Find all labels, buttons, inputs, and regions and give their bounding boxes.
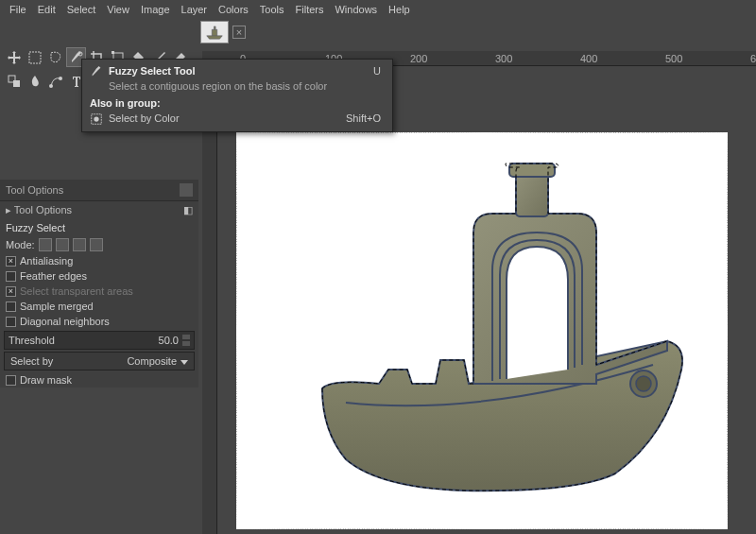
tool-move[interactable] bbox=[4, 47, 24, 67]
checkbox-sample-merged[interactable] bbox=[6, 301, 16, 312]
svg-rect-10 bbox=[516, 171, 548, 216]
tooltip-sub-item[interactable]: Select by Color bbox=[109, 112, 340, 124]
svg-rect-0 bbox=[29, 52, 41, 63]
boat-image bbox=[294, 143, 691, 502]
select-by-dropdown[interactable]: Select by Composite bbox=[4, 352, 195, 370]
image-tab-close[interactable]: × bbox=[232, 26, 246, 39]
menu-help[interactable]: Help bbox=[383, 2, 416, 17]
svg-point-9 bbox=[59, 77, 62, 80]
select-by-value: Composite bbox=[127, 355, 188, 367]
threshold-spinner[interactable] bbox=[182, 334, 190, 347]
tool-paths[interactable] bbox=[45, 71, 65, 91]
menu-colors[interactable]: Colors bbox=[213, 2, 254, 17]
mode-add[interactable] bbox=[56, 238, 69, 251]
select-by-color-icon bbox=[90, 112, 103, 126]
image-tab-thumbnail[interactable] bbox=[200, 21, 229, 43]
tool-clone[interactable] bbox=[4, 71, 24, 91]
mode-replace[interactable] bbox=[39, 238, 52, 251]
threshold-field[interactable]: Threshold 50.0 bbox=[4, 331, 195, 350]
tool-tooltip: Fuzzy Select Tool U Select a contiguous … bbox=[81, 59, 393, 132]
image-tab-bar: × bbox=[0, 19, 756, 45]
checkbox-draw-mask[interactable] bbox=[6, 375, 16, 386]
tool-options-panel: Tool Options ▸ Tool Options ◧ Fuzzy Sele… bbox=[0, 180, 198, 388]
svg-point-8 bbox=[49, 84, 53, 88]
threshold-value[interactable]: 50.0 bbox=[159, 335, 179, 346]
panel-tab-title: Tool Options bbox=[0, 180, 198, 200]
checkbox-feather[interactable] bbox=[6, 271, 16, 282]
menu-layer[interactable]: Layer bbox=[176, 2, 214, 17]
mode-subtract[interactable] bbox=[73, 238, 86, 251]
menu-edit[interactable]: Edit bbox=[32, 2, 61, 17]
canvas-area[interactable] bbox=[217, 66, 756, 534]
mode-row: Mode: bbox=[0, 236, 198, 253]
menu-bar: File Edit Select View Image Layer Colors… bbox=[0, 0, 756, 19]
svg-rect-3 bbox=[112, 51, 114, 54]
image-canvas[interactable] bbox=[236, 132, 728, 529]
panel-header: ▸ Tool Options bbox=[6, 204, 72, 216]
label-transparent: Select transparent areas bbox=[20, 285, 133, 297]
panel-menu-button[interactable] bbox=[180, 183, 193, 197]
mode-label: Mode: bbox=[6, 239, 35, 250]
menu-filters[interactable]: Filters bbox=[290, 2, 330, 17]
menu-tools[interactable]: Tools bbox=[254, 2, 290, 17]
menu-windows[interactable]: Windows bbox=[329, 2, 383, 17]
tooltip-sub-shortcut: Shift+O bbox=[346, 112, 385, 124]
panel-dock-icon[interactable]: ◧ bbox=[183, 204, 193, 216]
svg-point-15 bbox=[94, 116, 98, 121]
ruler-vertical bbox=[202, 66, 217, 534]
tool-smudge[interactable] bbox=[25, 71, 44, 91]
label-feather: Feather edges bbox=[20, 270, 87, 282]
label-antialias: Antialiasing bbox=[20, 255, 73, 267]
tool-name-label: Fuzzy Select bbox=[0, 219, 198, 236]
menu-file[interactable]: File bbox=[4, 2, 32, 17]
tool-rect-select[interactable] bbox=[25, 47, 44, 67]
menu-view[interactable]: View bbox=[101, 2, 135, 17]
checkbox-transparent[interactable] bbox=[6, 286, 16, 297]
checkbox-antialias[interactable] bbox=[6, 256, 16, 267]
boat-thumb-icon bbox=[204, 24, 225, 41]
menu-image[interactable]: Image bbox=[135, 2, 176, 17]
tooltip-description: Select a contiguous region on the basis … bbox=[82, 80, 392, 95]
label-draw-mask: Draw mask bbox=[20, 374, 72, 386]
fuzzy-select-icon bbox=[90, 65, 103, 78]
tooltip-also-label: Also in group: bbox=[90, 97, 161, 109]
select-by-label: Select by bbox=[10, 355, 53, 367]
label-diagonal: Diagonal neighbors bbox=[20, 316, 110, 327]
label-sample-merged: Sample merged bbox=[20, 301, 94, 312]
tool-free-select[interactable] bbox=[45, 47, 65, 67]
threshold-label: Threshold bbox=[9, 335, 55, 346]
svg-rect-7 bbox=[13, 80, 20, 87]
checkbox-diagonal[interactable] bbox=[6, 317, 16, 327]
tooltip-shortcut: U bbox=[373, 65, 385, 77]
svg-point-13 bbox=[636, 376, 651, 391]
tooltip-title: Fuzzy Select Tool bbox=[109, 65, 195, 77]
menu-select[interactable]: Select bbox=[61, 2, 102, 17]
mode-intersect[interactable] bbox=[90, 238, 103, 251]
